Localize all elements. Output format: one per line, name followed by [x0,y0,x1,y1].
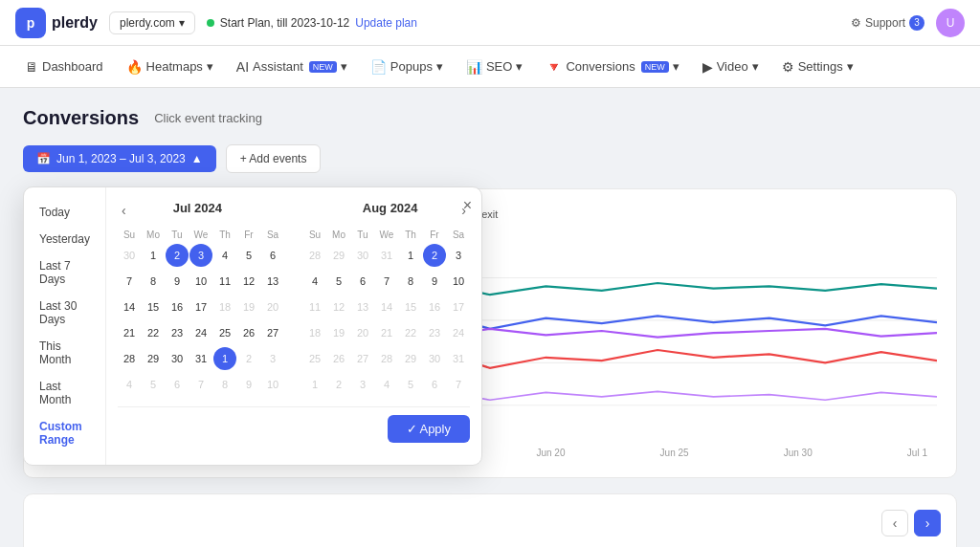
cal-day[interactable]: 5 [142,373,165,396]
cal-day[interactable]: 17 [189,295,212,318]
cal-day[interactable]: 4 [213,244,236,267]
cal-day[interactable]: 8 [213,373,236,396]
cal-day[interactable]: 20 [351,321,374,344]
cal-day[interactable]: 11 [213,270,236,293]
cal-day[interactable]: 1 [142,244,165,267]
cal-day[interactable]: 3 [261,347,284,370]
cal-day[interactable]: 15 [399,295,422,318]
cal-day[interactable]: 25 [213,321,236,344]
cal-day[interactable]: 6 [166,373,189,396]
sidebar-item-thismonth[interactable]: This Month [24,333,105,373]
calendar-close-button[interactable]: × [463,197,472,214]
nav-item-heatmaps[interactable]: 🔥 Heatmaps ▾ [117,54,223,80]
cal-day[interactable]: 16 [423,295,446,318]
cal-day[interactable]: 7 [189,373,212,396]
cal-day[interactable]: 9 [166,270,189,293]
cal-day[interactable]: 3 [189,244,212,267]
cal-day[interactable]: 28 [303,244,326,267]
cal-day[interactable]: 5 [399,373,422,396]
cal-day[interactable]: 26 [237,321,260,344]
cal-day[interactable]: 2 [237,347,260,370]
cal-day[interactable]: 4 [118,373,141,396]
site-selector[interactable]: plerdy.com ▾ [109,11,195,34]
update-plan-link[interactable]: Update plan [355,16,417,30]
cal-day[interactable]: 23 [166,321,189,344]
cal-day[interactable]: 19 [327,321,350,344]
cal-day[interactable]: 11 [303,295,326,318]
cal-day[interactable]: 1 [399,244,422,267]
cal-day[interactable]: 19 [237,295,260,318]
cal-day[interactable]: 1 [303,373,326,396]
cal-day[interactable]: 31 [447,347,470,370]
cal-day[interactable]: 5 [327,270,350,293]
cal-day[interactable]: 13 [261,270,284,293]
nav-item-conversions[interactable]: 🔻 Conversions NEW ▾ [536,54,688,80]
cal-day[interactable]: 24 [447,321,470,344]
nav-item-assistant[interactable]: AI Assistant NEW ▾ [227,54,357,80]
cal-day[interactable]: 4 [303,270,326,293]
cal-day[interactable]: 3 [351,373,374,396]
cal-day[interactable]: 30 [166,347,189,370]
date-range-button[interactable]: 📅 Jun 1, 2023 – Jul 3, 2023 ▲ [23,145,216,172]
cal-day[interactable]: 29 [327,244,350,267]
cal-day[interactable]: 29 [142,347,165,370]
apply-button[interactable]: ✓ Apply [388,415,470,443]
cal-day[interactable]: 18 [303,321,326,344]
cal-day[interactable]: 29 [399,347,422,370]
add-events-button[interactable]: + Add events [226,144,322,173]
cal-day[interactable]: 9 [237,373,260,396]
cal-day[interactable]: 22 [142,321,165,344]
cal-day[interactable]: 6 [423,373,446,396]
cal-day[interactable]: 7 [447,373,470,396]
cal-day[interactable]: 30 [423,347,446,370]
cal-day[interactable]: 4 [375,373,398,396]
cal-day[interactable]: 16 [166,295,189,318]
cal-day[interactable]: 12 [327,295,350,318]
sidebar-item-lastmonth[interactable]: Last Month [24,373,105,413]
support-button[interactable]: ⚙ Support 3 [851,15,924,31]
cal-day[interactable]: 10 [261,373,284,396]
cal-day[interactable]: 2 [327,373,350,396]
cal-day[interactable]: 20 [261,295,284,318]
sidebar-item-today[interactable]: Today [24,199,105,226]
nav-item-settings[interactable]: ⚙ Settings ▾ [772,54,863,80]
cal-day[interactable]: 23 [423,321,446,344]
sidebar-item-last7[interactable]: Last 7 Days [24,252,105,293]
cal-day[interactable]: 5 [237,244,260,267]
sidebar-item-last30[interactable]: Last 30 Days [24,293,105,333]
cal-day[interactable]: 2 [423,244,446,267]
cal-day[interactable]: 30 [351,244,374,267]
cal-day[interactable]: 25 [303,347,326,370]
cal-day[interactable]: 1 [213,347,236,370]
nav-item-seo[interactable]: 📊 SEO ▾ [457,54,532,80]
cal-day[interactable]: 6 [261,244,284,267]
table-prev-button[interactable]: ‹ [881,510,908,536]
nav-item-video[interactable]: ▶ Video ▾ [693,54,768,80]
cal-day[interactable]: 2 [166,244,189,267]
cal-day[interactable]: 12 [237,270,260,293]
cal-day[interactable]: 10 [447,270,470,293]
nav-item-popups[interactable]: 📄 Popups ▾ [361,54,453,80]
cal-day[interactable]: 7 [375,270,398,293]
table-next-button[interactable]: › [914,510,941,536]
sidebar-item-custom[interactable]: Custom Range [24,413,105,453]
cal-day[interactable]: 18 [213,295,236,318]
cal-day[interactable]: 27 [351,347,374,370]
calendar-prev-button[interactable]: ‹ [118,199,130,222]
cal-day[interactable]: 3 [447,244,470,267]
cal-day[interactable]: 27 [261,321,284,344]
cal-day[interactable]: 30 [118,244,141,267]
cal-day[interactable]: 10 [189,270,212,293]
cal-day[interactable]: 28 [375,347,398,370]
cal-day[interactable]: 6 [351,270,374,293]
user-avatar[interactable]: U [936,9,965,37]
nav-item-dashboard[interactable]: 🖥 Dashboard [15,54,113,80]
cal-day[interactable]: 31 [375,244,398,267]
cal-day[interactable]: 26 [327,347,350,370]
cal-day[interactable]: 7 [118,270,141,293]
cal-day[interactable]: 17 [447,295,470,318]
cal-day[interactable]: 28 [118,347,141,370]
cal-day[interactable]: 8 [142,270,165,293]
cal-day[interactable]: 15 [142,295,165,318]
cal-day[interactable]: 22 [399,321,422,344]
